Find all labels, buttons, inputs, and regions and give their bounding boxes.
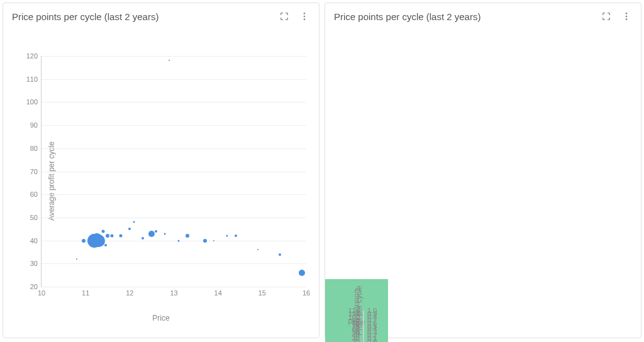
data-point xyxy=(203,239,207,243)
y-tick: 100 xyxy=(26,98,42,106)
x-tick: 11 xyxy=(82,287,89,297)
data-point xyxy=(104,244,107,246)
x-tick: 13 xyxy=(170,287,177,297)
data-point xyxy=(148,231,155,237)
plot-area: 20304050607080901001101200.00.10.20.30.4… xyxy=(363,311,364,341)
data-point xyxy=(128,228,131,230)
data-point xyxy=(155,230,157,233)
y-tick: 30 xyxy=(30,260,42,267)
y-tick: 110 xyxy=(26,75,42,83)
data-point xyxy=(98,240,104,246)
bar-chart: Profit per cycle Count of tries Price 20… xyxy=(325,279,388,341)
x-tick: 10 xyxy=(38,287,45,297)
card-header: Price points per cycle (last 2 years) xyxy=(3,3,319,25)
data-point xyxy=(299,270,305,276)
data-point xyxy=(142,237,144,240)
y-tick: 60 xyxy=(30,190,42,198)
data-point xyxy=(279,253,281,256)
data-point xyxy=(76,258,77,260)
svg-point-5 xyxy=(626,18,628,20)
y2-tick: 1.0 xyxy=(364,307,377,314)
card-actions xyxy=(601,11,632,22)
y-tick: 40 xyxy=(30,237,42,245)
data-point xyxy=(82,239,86,243)
data-point xyxy=(213,240,214,241)
data-point xyxy=(111,234,114,238)
data-point xyxy=(102,229,105,233)
bar-card: Price points per cycle (last 2 years) Pr… xyxy=(325,3,641,338)
svg-point-4 xyxy=(626,16,628,18)
svg-point-0 xyxy=(304,13,306,14)
x-tick: 12 xyxy=(126,287,133,297)
data-point xyxy=(169,60,170,61)
y-tick: 70 xyxy=(30,168,42,175)
x-tick: 16 xyxy=(303,287,310,297)
data-point xyxy=(226,235,228,237)
y-tick: 120 xyxy=(26,52,42,60)
card-title: Price points per cycle (last 2 years) xyxy=(334,11,601,22)
y-tick: 120 xyxy=(348,307,364,314)
svg-point-1 xyxy=(304,16,306,18)
scatter-chart: Average profit per cycle Price 203040506… xyxy=(3,25,319,338)
y-tick: 50 xyxy=(30,214,42,221)
fullscreen-icon[interactable] xyxy=(279,11,290,22)
card-header: Price points per cycle (last 2 years) xyxy=(325,3,641,25)
scatter-card: Price points per cycle (last 2 years) Av… xyxy=(3,3,319,338)
data-point xyxy=(133,221,135,223)
data-point xyxy=(177,240,179,241)
data-point xyxy=(164,233,166,234)
x-tick: 14 xyxy=(214,287,222,297)
x-axis-label: Price xyxy=(152,314,169,323)
x-tick: 15 xyxy=(258,287,266,297)
card-title: Price points per cycle (last 2 years) xyxy=(12,11,279,22)
more-icon[interactable] xyxy=(621,11,632,22)
svg-point-3 xyxy=(626,13,628,14)
card-actions xyxy=(279,11,310,22)
data-point xyxy=(186,234,189,238)
fullscreen-icon[interactable] xyxy=(601,11,612,22)
svg-point-2 xyxy=(304,18,306,20)
data-point xyxy=(235,234,237,237)
data-point xyxy=(119,234,123,238)
data-point xyxy=(257,249,258,250)
y-tick: 90 xyxy=(30,121,42,129)
plot-area: 203040506070809010011012010111213141516 xyxy=(41,56,306,287)
data-point xyxy=(106,234,109,238)
y-tick: 80 xyxy=(30,145,42,152)
more-icon[interactable] xyxy=(299,11,310,22)
